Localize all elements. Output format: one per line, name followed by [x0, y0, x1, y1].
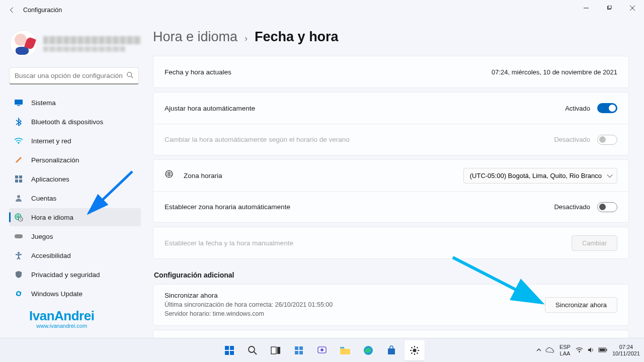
row-manual: Establecer la fecha y la hora manualment… — [153, 227, 628, 258]
sidebar-item-accesibilidad[interactable]: Accesibilidad — [9, 246, 141, 264]
avatar — [10, 30, 37, 57]
sidebar-item-sistema[interactable]: Sistema — [9, 94, 141, 112]
svg-rect-1 — [608, 6, 611, 9]
sidebar-item-bluetooth[interactable]: Bluetooth & dispositivos — [9, 113, 141, 131]
change-button: Cambiar — [572, 235, 617, 251]
svg-point-14 — [18, 252, 20, 254]
maximize-button[interactable] — [598, 0, 621, 16]
svg-rect-3 — [15, 100, 23, 105]
taskbar-settings[interactable] — [405, 340, 425, 360]
sidebar-item-label: Personalización — [31, 156, 79, 164]
sidebar-item-hora-idioma[interactable]: Hora e idioma — [9, 208, 141, 226]
shield-icon — [14, 270, 23, 279]
sidebar-item-juegos[interactable]: Juegos — [9, 227, 141, 245]
sidebar-item-label: Cuentas — [31, 195, 56, 202]
search-icon — [126, 71, 133, 80]
taskbar-chat[interactable] — [312, 340, 332, 360]
close-button[interactable] — [621, 0, 644, 16]
accessibility-icon — [14, 251, 23, 260]
person-icon — [14, 194, 23, 203]
language-indicator[interactable]: ESP LAA — [559, 344, 571, 356]
sidebar-item-label: Aplicaciones — [31, 175, 69, 183]
svg-rect-27 — [295, 351, 298, 354]
svg-rect-38 — [599, 348, 605, 351]
widgets-button[interactable] — [289, 340, 309, 360]
breadcrumb-parent[interactable]: Hora e idioma — [153, 29, 237, 45]
svg-rect-13 — [15, 234, 23, 238]
sidebar-item-personalizacion[interactable]: Personalización — [9, 151, 141, 169]
svg-rect-26 — [299, 346, 303, 350]
sidebar-item-label: Sistema — [31, 99, 56, 107]
minimize-button[interactable] — [575, 0, 598, 16]
svg-rect-28 — [299, 351, 303, 354]
sidebar-item-internet[interactable]: Internet y red — [9, 132, 141, 150]
dst-state: Desactivado — [554, 136, 590, 143]
row-auto-time: Ajustar hora automáticamente Activado — [153, 93, 628, 124]
profile-email-redacted — [43, 46, 125, 52]
svg-rect-31 — [340, 347, 344, 348]
battery-tray-icon[interactable] — [598, 347, 607, 353]
sidebar-item-label: Hora e idioma — [31, 214, 73, 221]
back-button[interactable] — [4, 2, 20, 18]
row-timezone: Zona horaria (UTC-05:00) Bogotá, Lima, Q… — [153, 160, 628, 191]
current-datetime-value: 07:24, miércoles, 10 de noviembre de 202… — [492, 68, 617, 76]
search-input[interactable] — [9, 67, 139, 84]
svg-rect-20 — [225, 351, 229, 355]
timezone-value: (UTC-05:00) Bogotá, Lima, Quito, Rio Bra… — [470, 172, 602, 179]
row-dst: Cambiar la hora automáticamente según el… — [153, 124, 628, 155]
sidebar-nav: Sistema Bluetooth & dispositivos Interne… — [9, 94, 141, 303]
sidebar-item-privacidad[interactable]: Privacidad y seguridad — [9, 265, 141, 284]
globe-icon — [165, 169, 175, 182]
row-auto-timezone: Establecer zona horaria automáticamente … — [153, 191, 628, 222]
profile-name-redacted — [43, 36, 141, 44]
volume-tray-icon[interactable] — [587, 346, 594, 354]
wifi-icon — [14, 136, 23, 145]
onedrive-icon[interactable] — [545, 347, 554, 354]
search-field[interactable] — [15, 72, 126, 79]
window-title: Configuración — [23, 7, 62, 14]
svg-rect-6 — [15, 175, 18, 178]
auto-tz-label: Establecer zona horaria automáticamente — [165, 203, 554, 211]
sync-last: Última sincronización de hora correcta: … — [165, 300, 545, 309]
taskbar-store[interactable] — [381, 340, 401, 360]
watermark-url: www.ivanandrei.com — [29, 323, 94, 329]
auto-time-label: Ajustar hora automáticamente — [165, 105, 565, 112]
additional-section-title: Configuración adicional — [154, 271, 629, 279]
update-icon — [14, 289, 23, 298]
svg-point-35 — [579, 351, 580, 352]
wifi-tray-icon[interactable] — [576, 347, 583, 354]
sidebar-item-label: Windows Update — [31, 290, 83, 298]
brush-icon — [14, 155, 23, 164]
svg-rect-24 — [277, 347, 280, 354]
sidebar-item-label: Privacidad y seguridad — [31, 271, 100, 279]
sidebar-item-aplicaciones[interactable]: Aplicaciones — [9, 170, 141, 188]
svg-rect-19 — [230, 346, 234, 350]
svg-rect-18 — [225, 346, 229, 350]
sidebar-item-label: Internet y red — [31, 137, 71, 145]
timezone-dropdown[interactable]: (UTC-05:00) Bogotá, Lima, Quito, Rio Bra… — [463, 168, 617, 184]
sync-title: Sincronizar ahora — [165, 292, 545, 299]
task-view[interactable] — [266, 340, 286, 360]
taskbar-edge[interactable] — [358, 340, 378, 360]
row-sync: Sincronizar ahora Última sincronización … — [153, 285, 628, 325]
page-title: Fecha y hora — [255, 29, 339, 45]
tray-chevron-icon[interactable] — [536, 347, 541, 353]
taskbar: ESP LAA 07:24 10/11/2021 — [0, 338, 644, 362]
taskbar-explorer[interactable] — [335, 340, 355, 360]
sidebar-item-label: Bluetooth & dispositivos — [31, 118, 103, 126]
sidebar-item-label: Accesibilidad — [31, 252, 71, 259]
svg-point-10 — [17, 195, 20, 198]
svg-point-5 — [18, 143, 19, 144]
sync-now-button[interactable]: Sincronizar ahora — [545, 297, 617, 313]
clock-tray[interactable]: 07:24 10/11/2021 — [612, 344, 640, 356]
auto-tz-toggle[interactable] — [597, 202, 617, 212]
sidebar-item-update[interactable]: Windows Update — [9, 285, 141, 303]
svg-rect-7 — [19, 175, 22, 178]
taskbar-search[interactable] — [243, 340, 263, 360]
start-button[interactable] — [219, 340, 239, 360]
auto-time-toggle[interactable] — [597, 103, 617, 113]
sidebar-item-cuentas[interactable]: Cuentas — [9, 189, 141, 207]
auto-time-state: Activado — [565, 105, 590, 112]
svg-point-34 — [413, 348, 417, 352]
profile-block[interactable] — [10, 30, 141, 57]
